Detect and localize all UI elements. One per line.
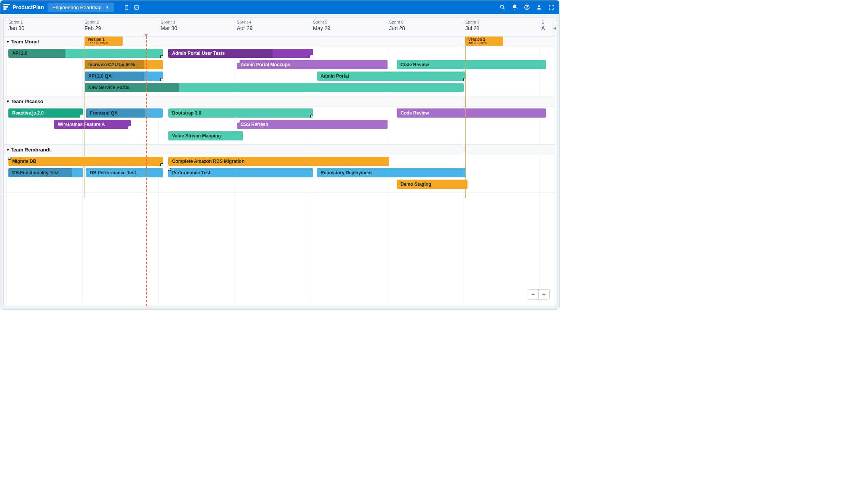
- roadmap-selector[interactable]: Engineering Roadmap ▼: [48, 3, 113, 12]
- chevron-down-icon: ▼: [105, 5, 109, 10]
- link-handle-icon[interactable]: [310, 115, 313, 118]
- link-handle-icon[interactable]: [160, 78, 163, 81]
- lane-body: Migrate DBComplete Amazon RDS MigrationD…: [4, 155, 556, 193]
- sprint-header: Sprint 4Apr 29: [237, 20, 252, 31]
- roadmap-bar[interactable]: Bootstrap 3.0: [168, 108, 313, 118]
- roadmap-bar[interactable]: New Service Portal: [85, 83, 464, 92]
- lane: ▾Team PicassoReactive.js 2.0Frontend QAB…: [4, 96, 556, 145]
- lane: ▾Team MonetVersion 1Feb 29, 2020Version …: [4, 37, 556, 96]
- today-marker-icon: ▼: [144, 33, 148, 37]
- fullscreen-icon[interactable]: [546, 2, 556, 12]
- lane-header[interactable]: ▾Team Picasso: [4, 96, 556, 107]
- zoom-controls: − +: [528, 289, 550, 300]
- roadmap-bar[interactable]: DB Functionality Test: [8, 168, 83, 177]
- zoom-out-button[interactable]: −: [528, 290, 539, 299]
- lane: ▾Team RembrandtMigrate DBComplete Amazon…: [4, 145, 556, 193]
- link-handle-icon[interactable]: [8, 157, 11, 160]
- brand-name: ProductPlan: [13, 4, 44, 10]
- sprint-header: Sprint 5May 29: [313, 20, 330, 31]
- search-icon[interactable]: [498, 2, 507, 12]
- svg-point-4: [501, 5, 504, 8]
- brand-logo[interactable]: ProductPlan: [3, 4, 44, 11]
- roadmap-bar[interactable]: Reactive.js 2.0: [8, 108, 83, 118]
- roadmap-bar[interactable]: Frontend QA: [86, 108, 163, 118]
- lane-header[interactable]: ▾Team Rembrandt: [4, 145, 556, 155]
- topbar: ProductPlan Engineering Roadmap ▼ P: [0, 0, 559, 14]
- lane-body: Reactive.js 2.0Frontend QABootstrap 3.0C…: [4, 107, 556, 144]
- link-handle-icon[interactable]: [160, 163, 163, 166]
- sprint-header: Sprint 2Feb 29: [85, 20, 101, 31]
- link-handle-icon[interactable]: [237, 60, 240, 63]
- chevron-down-icon: ▾: [7, 147, 9, 152]
- chevron-down-icon: ▾: [7, 39, 9, 44]
- clipboard-icon[interactable]: [122, 2, 132, 12]
- svg-point-8: [538, 5, 540, 7]
- collapse-sidebar-handle[interactable]: ◀: [552, 21, 556, 36]
- svg-text:P: P: [136, 6, 137, 9]
- workspace: ◀ Sprint 1Jan 30Sprint 2Feb 29Sprint 3Ma…: [0, 14, 559, 309]
- sprint-header: Sprint 3Mar 30: [161, 20, 177, 31]
- roadmap-bar[interactable]: Admin Portal: [317, 72, 466, 81]
- roadmap-bar[interactable]: Increase CPU by 60%: [85, 60, 163, 69]
- milestone[interactable]: Version 1Feb 29, 2020: [85, 37, 123, 46]
- svg-line-5: [503, 8, 504, 9]
- lane-title: Team Rembrandt: [11, 147, 51, 153]
- roadmap-bar[interactable]: Code Review: [397, 60, 546, 69]
- roadmap-bar[interactable]: Repository Deployment: [317, 168, 466, 177]
- bell-icon[interactable]: [510, 2, 520, 12]
- link-handle-icon[interactable]: [237, 120, 240, 123]
- link-handle-icon[interactable]: [168, 168, 171, 171]
- lane-body: Version 1Feb 29, 2020Version 2Jul 28, 20…: [4, 47, 556, 96]
- sprint-header: Sprint 6Jun 28: [389, 20, 405, 31]
- link-handle-icon[interactable]: [310, 55, 313, 58]
- sprint-header: Sprint 7Jul 28: [465, 20, 480, 31]
- roadmap-bar[interactable]: Migrate DB: [8, 157, 163, 166]
- link-handle-icon[interactable]: [160, 55, 163, 58]
- roadmap-name: Engineering Roadmap: [52, 5, 101, 10]
- parking-icon[interactable]: P: [132, 2, 142, 12]
- link-handle-icon[interactable]: [80, 115, 83, 118]
- roadmap-bar[interactable]: Admin Portal Mockups: [237, 60, 388, 69]
- lane-title: Team Monet: [11, 39, 39, 45]
- roadmap-bar[interactable]: Performance Test: [168, 168, 313, 177]
- roadmap-bar[interactable]: Admin Portal User Tests: [168, 49, 313, 58]
- roadmap-bar[interactable]: Wireframes Feature A: [54, 120, 131, 129]
- roadmap-board[interactable]: ◀ Sprint 1Jan 30Sprint 2Feb 29Sprint 3Ma…: [3, 17, 556, 306]
- roadmap-bar[interactable]: API 2.0 QA: [85, 72, 163, 81]
- roadmap-bar[interactable]: Code Review: [397, 108, 546, 118]
- zoom-in-button[interactable]: +: [539, 290, 549, 299]
- roadmap-bar[interactable]: Complete Amazon RDS Migration: [168, 157, 389, 166]
- separator: [118, 3, 118, 12]
- timeline-header: Sprint 1Jan 30Sprint 2Feb 29Sprint 3Mar …: [4, 18, 556, 37]
- roadmap-bar[interactable]: API 2.0: [8, 49, 163, 58]
- sprint-header: SA: [541, 20, 545, 31]
- brand-icon: [3, 4, 10, 11]
- svg-point-7: [527, 9, 527, 9]
- link-handle-icon[interactable]: [128, 126, 131, 129]
- lane-title: Team Picasso: [11, 99, 43, 104]
- sprint-header: Sprint 1Jan 30: [8, 20, 24, 31]
- milestone[interactable]: Version 2Jul 28, 2020: [465, 37, 503, 46]
- roadmap-bar[interactable]: CSS Refresh: [237, 120, 388, 129]
- user-icon[interactable]: [534, 2, 544, 12]
- roadmap-bar[interactable]: Demo Staging: [397, 180, 468, 189]
- roadmap-bar[interactable]: Value Stream Mapping: [168, 131, 243, 140]
- help-icon[interactable]: [522, 2, 532, 12]
- lanes-container: ▾Team MonetVersion 1Feb 29, 2020Version …: [4, 37, 556, 193]
- chevron-down-icon: ▾: [7, 99, 9, 104]
- roadmap-bar[interactable]: DB Performance Test: [86, 168, 163, 177]
